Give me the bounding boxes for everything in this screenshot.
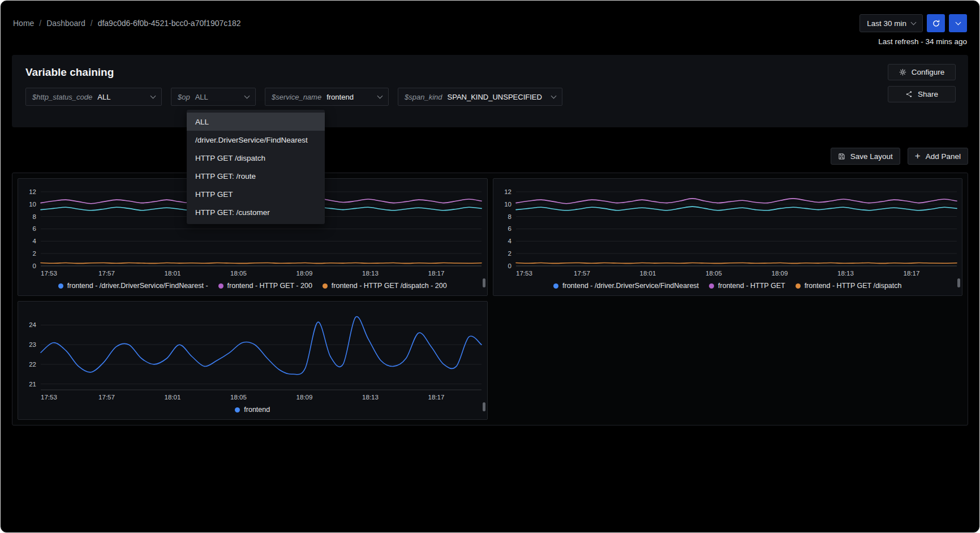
- op-dropdown-option[interactable]: HTTP GET: /customer: [187, 203, 325, 221]
- series-color-dot: [709, 283, 714, 289]
- last-refresh-text: Last refresh - 34 mins ago: [878, 37, 967, 46]
- variable-panel-actions: Configure Share: [888, 64, 956, 102]
- svg-text:18:13: 18:13: [362, 270, 379, 277]
- variable-value: SPAN_KIND_UNSPECIFIED: [448, 93, 542, 101]
- svg-text:17:57: 17:57: [98, 394, 115, 401]
- svg-text:4: 4: [508, 238, 512, 244]
- svg-text:0: 0: [508, 263, 511, 269]
- refresh-button[interactable]: [927, 14, 945, 32]
- add-panel-label: Add Panel: [926, 152, 961, 161]
- legend-item[interactable]: frontend - HTTP GET /dispatch - 200: [323, 282, 447, 290]
- svg-text:18:17: 18:17: [428, 394, 445, 401]
- svg-text:24: 24: [29, 321, 36, 328]
- breadcrumb-dashboard[interactable]: Dashboard: [46, 19, 85, 28]
- legend-item[interactable]: frontend: [235, 406, 270, 414]
- var-select-op[interactable]: $op ALL: [171, 88, 256, 106]
- chevron-down-icon: [377, 93, 383, 98]
- breadcrumb-current-dashboard-id: dfa9c0d6-6f0b-4521-bcc0-a70f1907c182: [98, 19, 241, 28]
- svg-text:22: 22: [29, 361, 36, 368]
- svg-text:12: 12: [29, 188, 36, 195]
- time-controls: Last 30 min Last refresh - 34 mins ago: [859, 14, 967, 46]
- svg-text:18:05: 18:05: [706, 270, 722, 277]
- chevron-down-icon: [911, 19, 917, 25]
- panels-grid: 02468101217:5317:5718:0118:0518:0918:131…: [12, 173, 968, 425]
- legend-label: frontend - HTTP GET /dispatch: [805, 282, 902, 290]
- variable-value: ALL: [97, 93, 110, 101]
- op-dropdown-option[interactable]: HTTP GET: [187, 185, 325, 203]
- series-color-dot: [796, 283, 801, 289]
- svg-text:18:09: 18:09: [296, 270, 313, 277]
- legend-item[interactable]: frontend - /driver.DriverService/FindNea…: [553, 282, 699, 290]
- chart-panel-top-right[interactable]: 02468101217:5317:5718:0118:0518:0918:131…: [493, 178, 963, 296]
- svg-text:18:17: 18:17: [428, 270, 445, 277]
- legend-scrollbar[interactable]: [483, 402, 485, 411]
- var-select-service-name[interactable]: $service_name frontend: [265, 88, 389, 106]
- svg-text:17:53: 17:53: [516, 270, 532, 277]
- var-select-span-kind[interactable]: $span_kind SPAN_KIND_UNSPECIFIED: [398, 88, 562, 106]
- variable-selects-row: $http_status_code ALL $op ALL $service_n…: [25, 88, 955, 106]
- svg-text:17:57: 17:57: [574, 270, 590, 277]
- legend-item[interactable]: frontend - HTTP GET - 200: [218, 282, 312, 290]
- variable-panel-title: Variable chaining: [25, 66, 955, 79]
- legend-scrollbar[interactable]: [483, 278, 485, 287]
- op-dropdown-option[interactable]: HTTP GET: /route: [187, 167, 325, 185]
- variable-chaining-panel: Variable chaining $http_status_code ALL …: [12, 55, 968, 127]
- svg-text:2: 2: [33, 250, 36, 257]
- svg-text:18:09: 18:09: [296, 394, 313, 401]
- variable-name-label: $op: [178, 93, 190, 101]
- series-color-dot: [235, 407, 240, 412]
- var-select-http-status-code[interactable]: $http_status_code ALL: [25, 88, 162, 106]
- legend-item[interactable]: frontend - /driver.DriverService/FindNea…: [58, 282, 208, 290]
- refresh-options-button[interactable]: [949, 14, 967, 32]
- svg-text:18:13: 18:13: [362, 394, 379, 401]
- svg-text:18:09: 18:09: [771, 270, 788, 277]
- time-range-label: Last 30 min: [867, 19, 906, 28]
- plus-icon: +: [915, 151, 921, 161]
- refresh-icon: [932, 19, 940, 28]
- chevron-down-icon: [151, 93, 156, 98]
- share-icon: [905, 91, 913, 98]
- series-color-dot: [58, 283, 63, 289]
- svg-text:18:13: 18:13: [837, 270, 854, 277]
- op-dropdown: ALL /driver.DriverService/FindNearest HT…: [187, 110, 325, 224]
- save-layout-button[interactable]: Save Layout: [831, 148, 900, 165]
- op-dropdown-option[interactable]: /driver.DriverService/FindNearest: [187, 131, 325, 149]
- svg-text:18:05: 18:05: [230, 270, 247, 277]
- svg-text:2: 2: [508, 250, 511, 257]
- configure-button[interactable]: Configure: [888, 64, 956, 80]
- breadcrumb-home[interactable]: Home: [13, 19, 34, 28]
- variable-name-label: $http_status_code: [32, 93, 92, 101]
- op-dropdown-option[interactable]: HTTP GET /dispatch: [187, 149, 325, 167]
- breadcrumb: Home / Dashboard / dfa9c0d6-6f0b-4521-bc…: [13, 19, 241, 28]
- series-color-dot: [553, 283, 558, 289]
- op-dropdown-option[interactable]: ALL: [187, 113, 325, 131]
- chart-canvas: 2122232417:5317:5718:0118:0518:0918:1318…: [18, 302, 487, 403]
- save-layout-label: Save Layout: [850, 152, 893, 161]
- chart-panel-bottom-left[interactable]: 2122232417:5317:5718:0118:0518:0918:1318…: [18, 301, 488, 420]
- svg-text:4: 4: [33, 238, 37, 244]
- variable-value: ALL: [195, 93, 208, 101]
- legend-item[interactable]: frontend - HTTP GET: [709, 282, 785, 290]
- series-color-dot: [323, 283, 328, 289]
- svg-text:6: 6: [508, 225, 511, 232]
- configure-label: Configure: [912, 68, 945, 76]
- dashboard-toolbar: Save Layout + Add Panel: [12, 148, 968, 165]
- legend-label: frontend: [244, 406, 270, 414]
- svg-text:12: 12: [504, 188, 512, 195]
- svg-text:18:17: 18:17: [903, 270, 919, 277]
- chevron-down-icon: [551, 93, 557, 98]
- chart-canvas: 02468101217:5317:5718:0118:0518:0918:131…: [493, 179, 962, 280]
- time-range-select[interactable]: Last 30 min: [859, 14, 923, 32]
- svg-text:8: 8: [33, 213, 36, 220]
- svg-text:18:05: 18:05: [230, 394, 247, 401]
- save-icon: [838, 153, 845, 160]
- svg-text:10: 10: [29, 201, 36, 208]
- chart-legend: frontend: [18, 403, 487, 419]
- svg-text:17:53: 17:53: [41, 270, 57, 277]
- svg-text:17:53: 17:53: [41, 394, 57, 401]
- legend-scrollbar[interactable]: [957, 278, 960, 287]
- share-button[interactable]: Share: [888, 86, 956, 102]
- svg-text:18:01: 18:01: [165, 394, 181, 401]
- add-panel-button[interactable]: + Add Panel: [908, 148, 968, 165]
- legend-item[interactable]: frontend - HTTP GET /dispatch: [796, 282, 902, 290]
